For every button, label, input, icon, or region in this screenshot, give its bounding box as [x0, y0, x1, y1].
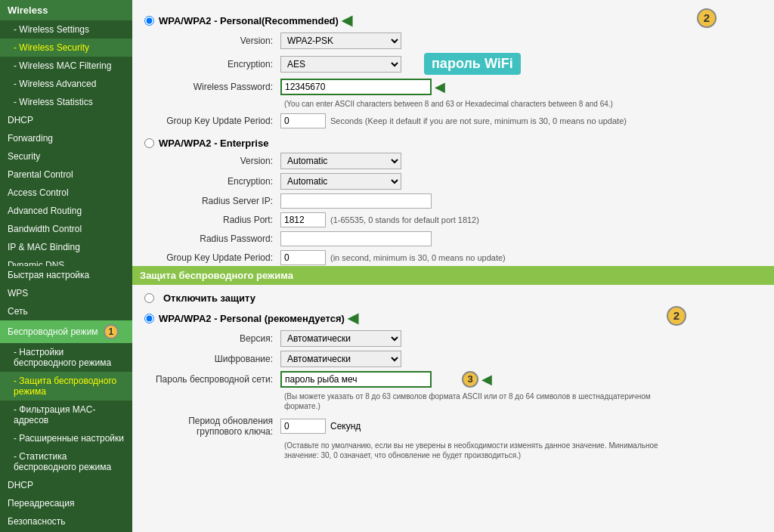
ent-group-key-row: Group Key Update Period: (in second, min…: [144, 250, 762, 265]
sidebar-item-wireless-security-ru[interactable]: - Защита беспроводного режима: [0, 372, 132, 401]
ent-version-row: Version: Automatic: [144, 153, 762, 169]
wpa-personal-label: WPA/WPA2 - Personal(Recommended): [159, 15, 339, 26]
version-row: Version: WPA2-PSK: [144, 32, 762, 49]
ent-group-key-hint: (in second, minimum is 30, 0 means no up…: [330, 253, 506, 262]
sidebar-item-wps[interactable]: WPS: [0, 284, 132, 302]
sidebar-item-routing[interactable]: Advanced Routing: [0, 202, 132, 220]
ent-version-select[interactable]: Automatic: [280, 153, 401, 169]
password-row: Wireless Password: ◀: [144, 79, 762, 95]
radius-port-label: Radius Port:: [144, 215, 280, 225]
password-input[interactable]: [280, 79, 432, 95]
radius-pass-row: Radius Password:: [144, 231, 762, 246]
ent-group-key-input[interactable]: [280, 250, 326, 265]
bottom-wpa-personal-radio[interactable]: [144, 314, 154, 323]
sidebar-item-security-ru[interactable]: Безопасность: [0, 512, 132, 530]
bottom-encryption-row: Шифрование: Автоматически: [144, 351, 762, 367]
bottom-annotation-3-bubble: 3: [462, 371, 478, 388]
wpa-personal-radio-row[interactable]: WPA/WPA2 - Personal(Recommended) ◀: [144, 12, 762, 29]
wpa-enterprise-label: WPA/WPA2 - Enterprise: [159, 138, 268, 149]
radius-ip-input[interactable]: [280, 193, 432, 209]
sidebar-item-wireless-mode[interactable]: Беспроводной режим 1: [0, 320, 132, 343]
bottom-annotation-2-bubble: 2: [667, 306, 686, 326]
group-key-label: Group Key Update Period:: [144, 116, 280, 126]
disable-security-row[interactable]: Отключить защиту: [144, 292, 762, 304]
radius-port-input[interactable]: [280, 212, 326, 227]
wifi-password-annotation: пароль WiFi: [424, 53, 521, 75]
bottom-sidebar: Быстрая настройка WPS Сеть Беспроводной …: [0, 266, 132, 532]
wpa-enterprise-section: WPA/WPA2 - Enterprise Version: Automatic…: [144, 138, 762, 265]
bottom-group-key-label: Период обновления группового ключа:: [144, 416, 280, 437]
bottom-version-label: Версия:: [144, 333, 280, 344]
bottom-password-arrow-icon: ◀: [481, 371, 492, 388]
bottom-group-key-hint: (Оставьте по умолчанию, если вы не увере…: [284, 441, 662, 460]
sidebar-item-forwarding[interactable]: Forwarding: [0, 129, 132, 147]
sidebar-item-mac-filter-ru[interactable]: - Фильтрация MAC-адресов: [0, 401, 132, 429]
radius-ip-label: Radius Server IP:: [144, 196, 280, 206]
sidebar-item-access[interactable]: Access Control: [0, 184, 132, 202]
bottom-wpa-personal-label: WPA/WPA2 - Personal (рекомендуется): [159, 313, 345, 324]
bottom-encryption-select[interactable]: Автоматически: [280, 351, 401, 367]
radius-ip-row: Radius Server IP:: [144, 193, 762, 209]
password-hint: (You can enter ASCII characters between …: [284, 99, 662, 109]
bottom-password-label: Пароль беспроводной сети:: [144, 374, 280, 385]
bottom-annotation-1: 1: [104, 324, 119, 339]
bottom-version-select[interactable]: Автоматически: [280, 330, 401, 347]
version-select[interactable]: WPA2-PSK: [280, 32, 401, 49]
encryption-row: Encryption: AES пароль WiFi: [144, 53, 762, 75]
wpa-personal-radio[interactable]: [144, 16, 154, 26]
disable-security-label: Отключить защиту: [163, 292, 255, 304]
wpa-enterprise-radio-row[interactable]: WPA/WPA2 - Enterprise: [144, 138, 762, 149]
version-label: Version:: [144, 36, 280, 46]
sidebar-item-advanced-ru[interactable]: - Расширенные настройки: [0, 429, 132, 447]
sidebar-item-wireless-settings-ru[interactable]: - Настройки беспроводного режима: [0, 343, 132, 372]
bottom-password-input[interactable]: [280, 371, 432, 388]
sidebar-item-dhcp-ru[interactable]: DHCP: [0, 476, 132, 494]
bottom-password-row: Пароль беспроводной сети: 3 ◀: [144, 371, 762, 388]
sidebar-item-wireless-settings[interactable]: - Wireless Settings: [0, 20, 132, 39]
ent-encryption-select[interactable]: Automatic: [280, 173, 401, 190]
sidebar-item-wireless-advanced[interactable]: - Wireless Advanced: [0, 75, 132, 93]
bottom-password-hint: (Вы можете указать от 8 до 63 символов ф…: [284, 391, 662, 411]
bottom-encryption-label: Шифрование:: [144, 354, 280, 364]
sidebar-item-wireless-stats[interactable]: - Wireless Statistics: [0, 93, 132, 111]
radius-pass-label: Radius Password:: [144, 234, 280, 244]
ent-encryption-row: Encryption: Automatic: [144, 173, 762, 190]
arrow-icon: ◀: [342, 12, 352, 29]
sidebar-item-dhcp[interactable]: DHCP: [0, 111, 132, 129]
sidebar-item-quick-setup[interactable]: Быстрая настройка: [0, 266, 132, 284]
top-main-content: 1 2 WPA/WPA2 - Personal(Recommended) ◀ V…: [132, 0, 774, 266]
ent-group-key-label: Group Key Update Period:: [144, 252, 280, 263]
wpa-personal-section: 2 WPA/WPA2 - Personal(Recommended) ◀ Ver…: [144, 12, 762, 128]
sidebar-item-mac-binding[interactable]: IP & MAC Binding: [0, 238, 132, 256]
sidebar-item-parental[interactable]: Parental Control: [0, 165, 132, 184]
bottom-arrow-icon: ◀: [348, 310, 358, 326]
radius-port-hint: (1-65535, 0 stands for default port 1812…: [330, 215, 479, 224]
bottom-group-key-unit: Секунд: [330, 421, 361, 431]
encryption-label: Encryption:: [144, 59, 280, 70]
password-arrow-icon: ◀: [435, 79, 445, 95]
ent-encryption-label: Encryption:: [144, 176, 280, 187]
radius-pass-input[interactable]: [280, 231, 432, 246]
section-title-bar: Защита беспроводного режима: [132, 266, 774, 285]
wpa-enterprise-radio[interactable]: [144, 138, 154, 148]
bottom-group-key-input[interactable]: [280, 419, 326, 434]
sidebar-item-bandwidth[interactable]: Bandwidth Control: [0, 220, 132, 238]
sidebar-item-wireless-security[interactable]: - Wireless Security: [0, 39, 132, 57]
group-key-hint: Seconds (Keep it default if you are not …: [330, 116, 627, 125]
ent-version-label: Version:: [144, 156, 280, 166]
password-label: Wireless Password:: [144, 82, 280, 92]
encryption-select[interactable]: AES: [280, 56, 401, 73]
sidebar-item-ddns[interactable]: Dynamic DNS: [0, 256, 132, 266]
sidebar-item-wireless-mac[interactable]: - Wireless MAC Filtering: [0, 57, 132, 75]
radius-port-row: Radius Port: (1-65535, 0 stands for defa…: [144, 212, 762, 227]
sidebar-item-stats-ru[interactable]: - Статистика беспроводного режима: [0, 447, 132, 476]
bottom-main-content: Защита беспроводного режима Отключить за…: [132, 266, 774, 532]
disable-security-radio[interactable]: [144, 293, 154, 303]
sidebar-item-net[interactable]: Сеть: [0, 302, 132, 320]
group-key-input[interactable]: [280, 113, 326, 128]
bottom-form-area: Отключить защиту 2 WPA/WPA2 - Personal (…: [132, 292, 774, 460]
annotation-2-bubble: 2: [697, 8, 717, 28]
sidebar-item-security[interactable]: Security: [0, 147, 132, 165]
sidebar-item-forward-ru[interactable]: Переадресация: [0, 494, 132, 512]
group-key-row: Group Key Update Period: Seconds (Keep i…: [144, 113, 762, 128]
